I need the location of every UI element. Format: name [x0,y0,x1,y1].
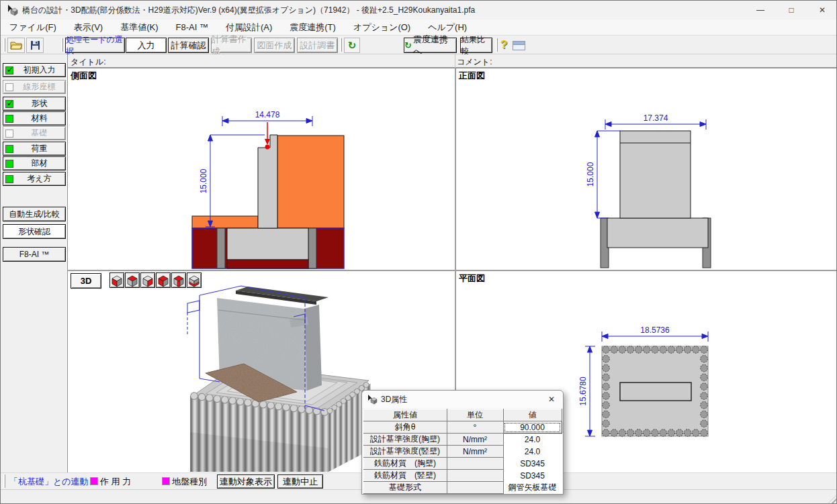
side-view-label: 側面図 [70,70,97,82]
table-header-row: 属性値 単位 値 [363,409,562,421]
value-cell[interactable]: 24.0 [503,434,562,446]
horizontal-divider [68,270,837,271]
sidebar-item-shape[interactable]: 形状 [3,97,66,111]
mode-input-button[interactable]: 入力 [126,38,167,53]
titlebar[interactable]: 橋台の設計・3D配筋(部分係数法・H29道示対応)Ver.9 (x64)(翼壁拡… [1,1,837,19]
dialog-icon [367,394,378,405]
value-cell[interactable]: 24.0 [503,446,562,458]
front-view-label: 正面図 [458,70,486,82]
comment-field-label: コメント: [457,56,492,68]
minimize-button[interactable]: — [745,1,776,19]
result-compare-button[interactable]: 結果比較 [460,38,492,53]
checkbox-filled-icon [5,160,13,168]
checkbox-filled-icon [5,115,13,123]
refresh-icon: ↻ [348,40,357,50]
plan-width-dim: 18.5736 [640,325,670,335]
form-window-icon[interactable] [513,41,525,50]
toolbar-grip[interactable] [3,474,5,488]
app-icon [6,4,18,16]
sidebar: 初期入力 線形座標 形状 材料 基礎 荷重 部材 考え方 自動生成/比較 形状確… [1,54,68,472]
cancel-link-button[interactable]: 連動中止 [277,474,323,489]
front-width-dim: 17.374 [644,113,668,123]
legend-soil-type-label: 地盤種別 [172,476,207,488]
value-cell[interactable]: 90.000 [503,421,562,434]
plan-height-dim: 15.6780 [578,376,588,406]
mode-drawing-button[interactable]: 図面作成 [254,38,295,53]
menu-view[interactable]: 表示(V) [65,19,112,35]
save-button[interactable] [26,38,44,53]
view-left-icon[interactable] [156,272,171,288]
value-cell[interactable]: 鋼管矢板基礎 [503,482,562,494]
checkbox-filled-icon [5,145,13,153]
window-title: 橋台の設計・3D配筋(部分係数法・H29道示対応)Ver.9 (x64)(翼壁拡… [22,5,475,16]
mode-calc-check-button[interactable]: 計算確認 [168,38,209,53]
seismic-sync-icon-button[interactable]: ↻ [344,38,360,53]
f8-ai-button[interactable]: F8-AI ™ [3,247,66,262]
checkbox-checked-icon [5,100,13,108]
resize-grip[interactable] [828,495,837,504]
checkbox-empty-icon [5,83,13,91]
side-view-drawing[interactable]: 14.478 15.000 [68,68,455,270]
app-window: 橋台の設計・3D配筋(部分係数法・H29道示対応)Ver.9 (x64)(翼壁拡… [0,0,837,504]
toolbar-grip[interactable] [340,38,342,52]
sidebar-item-load[interactable]: 荷重 [3,142,66,156]
attribute-table: 属性値 単位 値 斜角θ°90.000 設計基準強度(胸壁)N/mm²24.0 … [363,409,562,494]
auto-generate-compare-button[interactable]: 自動生成/比較 [3,207,66,221]
menu-file[interactable]: ファイル(F) [1,19,65,35]
3d-button[interactable]: 3D [71,273,101,289]
toolbar-grip[interactable] [3,38,5,52]
refresh-icon: ↻ [404,41,412,50]
sidebar-item-initial-input[interactable]: 初期入力 [3,63,66,77]
mode-select-label: 処理モードの選択 [65,38,125,53]
toolbar-grip[interactable] [496,38,498,52]
shape-confirm-button[interactable]: 形状確認 [3,224,66,239]
3d-attribute-dialog: 3D属性 ✕ 属性値 単位 値 斜角θ°90.000 設計基準強度(胸壁)N/m… [361,390,564,495]
maximize-button[interactable]: □ [776,1,807,19]
save-icon [30,40,40,50]
close-button[interactable]: ✕ [807,1,837,19]
toolbar-grip[interactable] [61,38,63,52]
checkbox-empty-icon [5,130,13,138]
front-height-dim: 15.000 [586,162,595,187]
value-cell[interactable]: SD345 [503,458,562,470]
menu-seismic-link[interactable]: 震度連携(T) [281,19,345,35]
checkbox-checked-icon [5,66,13,74]
sidebar-item-material[interactable]: 材料 [3,111,66,125]
dialog-close-icon[interactable]: ✕ [540,391,563,407]
sidebar-item-alignment-coords[interactable]: 線形座標 [3,80,66,94]
view-front-icon[interactable] [109,272,124,288]
folder-open-icon [10,40,23,50]
mode-report-button[interactable]: 計算書作成 [211,38,252,53]
pile-link-label: 「杭基礎」との連動 [9,476,89,488]
sidebar-item-member[interactable]: 部材 [3,156,66,170]
show-link-targets-button[interactable]: 連動対象表示 [217,474,275,489]
view-back-icon[interactable] [125,272,140,288]
table-row: 鉄筋材質 (竪壁)SD345 [363,470,562,482]
seismic-link-button[interactable]: ↻ 震度連携へ [404,38,457,53]
menu-options[interactable]: オプション(O) [345,19,419,35]
help-icon[interactable]: ? [500,38,507,52]
legend-action-force-label: 作 用 力 [100,476,131,488]
sidebar-item-foundation[interactable]: 基礎 [3,126,66,140]
dialog-titlebar[interactable]: 3D属性 ✕ [362,391,563,408]
view-right-icon[interactable] [140,272,155,288]
footing-plan [602,346,708,436]
mode-design-doc-button[interactable]: 設計調書 [297,38,338,53]
top-slab-3d [236,287,328,305]
view-top-icon[interactable] [171,272,186,288]
sidebar-item-approach[interactable]: 考え方 [3,172,66,186]
dialog-title: 3D属性 [381,394,540,405]
checkbox-filled-icon [5,175,13,183]
side-height-dim: 15.000 [199,168,208,193]
bearing-marker [265,122,270,149]
open-file-button[interactable] [7,38,25,53]
menu-f8ai[interactable]: F8-AI ™ [167,19,217,35]
table-row: 設計基準強度(竪壁)N/mm²24.0 [363,446,562,458]
table-row: 設計基準強度(胸壁)N/mm²24.0 [363,434,562,446]
abutment-side-section [192,135,344,268]
menu-standards[interactable]: 基準値(K) [112,19,167,35]
side-width-dim: 14.478 [255,110,280,119]
front-view-drawing[interactable]: 17.374 15.000 [456,68,837,270]
view-bottom-icon[interactable] [187,272,202,288]
value-cell[interactable]: SD345 [503,470,562,482]
